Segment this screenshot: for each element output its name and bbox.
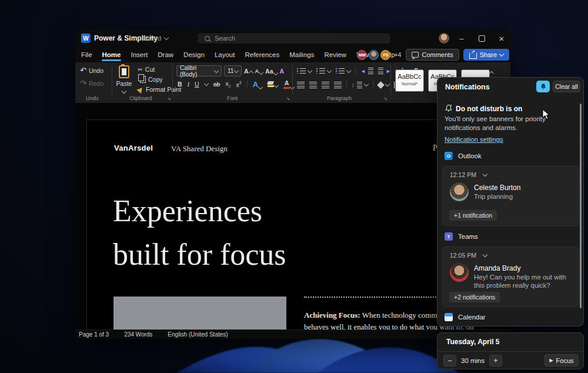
italic-button[interactable]: I [188,81,190,88]
do-not-disturb-icon: z [445,104,453,115]
minimize-button[interactable]: – [452,29,472,47]
copy-button[interactable]: Copy [138,76,181,83]
paragraph-dialog-launcher[interactable]: ↘ [383,96,387,101]
tab-layout[interactable]: Layout [214,51,236,58]
highlight-color-button[interactable] [268,81,278,87]
tab-insert[interactable]: Insert [130,51,148,58]
grow-font-button[interactable]: A [244,68,253,75]
shading-button[interactable] [378,82,389,88]
chevron-down-icon [234,68,239,72]
multilevel-list-button[interactable] [336,68,350,74]
font-dialog-launcher[interactable]: ↘ [286,96,290,101]
search-input[interactable]: Search [197,32,391,44]
numbered-list-button[interactable] [316,68,331,74]
status-word-count[interactable]: 234 Words [124,331,152,338]
tab-draw[interactable]: Draw [157,51,174,58]
bold-button[interactable]: B [178,81,182,88]
status-language[interactable]: English (United States) [168,331,228,338]
collaborator-avatar-photo[interactable] [369,50,379,60]
redo-icon: ↷ [80,79,86,88]
clear-all-button[interactable]: Clear all [553,81,580,92]
status-page-count[interactable]: Page 1 of 3 [79,331,109,338]
font-size-select[interactable]: 11 [224,65,242,76]
undo-button[interactable]: ↶Undo [80,66,103,75]
align-left-button[interactable] [297,82,305,88]
comments-label: Comments [422,51,453,58]
notification-settings-link[interactable]: Notification settings [445,136,503,143]
paste-button[interactable]: Paste [115,65,133,94]
chevron-down-icon [203,81,208,86]
vanarsdel-logo: VanArsdel [114,144,153,152]
share-button[interactable]: Share [463,49,509,61]
tab-home[interactable]: Home [102,51,122,58]
bell-icon [540,83,547,90]
undo-icon: ↶ [80,66,86,75]
tab-file[interactable]: File [81,51,93,58]
collaborator-avatar-mw[interactable]: MW [357,50,367,60]
outlook-group-header[interactable]: O Outlook [445,152,482,160]
calendar-icon [445,313,453,321]
font-family-select[interactable]: Calibri (Body) [176,65,222,76]
desktop: { "titlebar": { "app_title": "Power & Si… [0,0,588,373]
strikethrough-button[interactable]: ab [213,81,220,88]
close-button[interactable]: × [492,29,510,47]
outlook-notification-card[interactable]: 12:12 PM Celeste Burton Trip planning +1… [442,166,579,226]
increase-indent-button[interactable]: ► [378,68,391,74]
tab-design[interactable]: Design [183,51,205,58]
teams-group-header[interactable]: T Teams [445,232,478,241]
more-notifications-badge[interactable]: +2 notifications [449,292,500,302]
focus-button-label: Focus [556,357,574,364]
text-effects-button[interactable]: A [253,80,262,89]
line-spacing-button[interactable]: ↕ [352,82,368,88]
share-label: Share [480,51,497,58]
collaboration-strip: MW FS +4 Comments Share [355,49,509,61]
align-right-button[interactable] [322,82,329,88]
increase-duration-button[interactable]: + [489,355,502,367]
maximize-button[interactable] [472,29,492,47]
copy-icon [140,76,146,83]
collaborator-overflow-count[interactable]: +4 [394,51,401,58]
more-notifications-badge[interactable]: +1 notification [449,210,497,221]
style-name: Normal* [396,81,423,86]
image-placeholder [113,297,286,331]
calendar-group-header[interactable]: Calendar [445,313,486,321]
shrink-font-button[interactable]: A [255,68,263,74]
dnd-status-description: You'll only see banners for priority not… [445,115,569,132]
panel-scrollbar[interactable] [580,104,582,308]
justify-button[interactable] [334,82,342,88]
document-page[interactable]: VanArsdel VA Shared Design P Experiences… [86,119,483,331]
teams-notification-card[interactable]: 12:05 PM Amanda Brady Hey! Can you help … [442,247,579,307]
tab-review[interactable]: Review [323,51,347,58]
chevron-down-icon [164,35,169,40]
tab-mailings[interactable]: Mailings [289,51,315,58]
notification-time-row[interactable]: 12:12 PM [450,171,487,178]
redo-button[interactable]: ↷Redo [80,79,103,88]
align-center-button[interactable] [309,82,317,88]
change-case-button[interactable]: Aa [265,68,277,75]
chevron-up-icon [489,71,494,76]
outlook-icon: O [445,152,453,160]
subscript-button[interactable]: x2 [225,80,230,88]
clipboard-dialog-launcher[interactable]: ↘ [167,96,171,101]
outlook-label: Outlook [458,152,482,159]
account-avatar[interactable] [439,33,449,44]
divider [346,81,347,89]
underline-button[interactable]: U [195,81,199,88]
notifications-title: Notifications [445,83,490,91]
superscript-button[interactable]: x2 [236,81,242,88]
decrease-indent-button[interactable]: ◄ [360,68,373,74]
save-status-dropdown[interactable]: Saved [143,35,168,42]
cut-button[interactable]: ✂Cut [138,66,181,73]
do-not-disturb-toggle[interactable] [536,81,550,92]
tab-references[interactable]: References [244,51,280,58]
bullet-list-button[interactable] [297,68,312,74]
style-normal[interactable]: AaBbCc Normal* [395,69,424,92]
collaborator-avatar-fs[interactable]: FS [380,50,390,60]
comments-button[interactable]: Comments [406,49,459,61]
styles-gallery-up-button[interactable] [490,69,493,76]
clear-formatting-button[interactable]: A [280,68,285,75]
focus-start-button[interactable]: ▶ Focus [544,354,579,367]
decrease-duration-button[interactable]: − [443,355,456,367]
format-painter-button[interactable]: Format Paint [138,86,181,93]
notification-time-row[interactable]: 12:05 PM [450,252,487,259]
